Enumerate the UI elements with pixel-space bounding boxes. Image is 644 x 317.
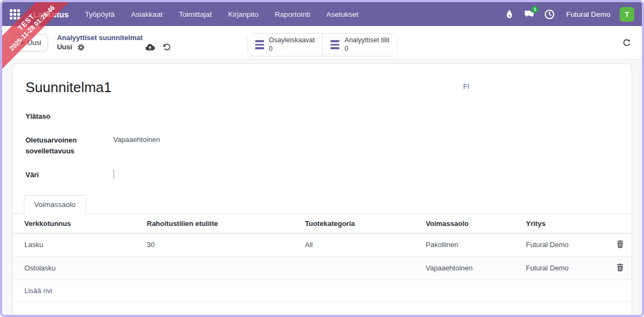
cell-domain[interactable]: Lasku xyxy=(12,233,142,256)
nav-item-tyopoyta[interactable]: Työpöytä xyxy=(85,10,115,18)
field-label-vari: Väri xyxy=(25,170,113,180)
col-header-yritys: Yritys xyxy=(522,214,608,234)
field-label-ylataso: Ylätaso xyxy=(25,111,113,122)
field-value-sovellettavuus[interactable]: Vapaaehtoinen xyxy=(113,135,619,157)
control-panel: + Uusi Analyyttiset suunnitelmat Uusi xyxy=(2,26,642,60)
bars-icon xyxy=(330,40,340,49)
new-button[interactable]: + Uusi xyxy=(13,34,48,51)
col-header-actions xyxy=(608,214,632,234)
table-header-row: Verkkotunnus Rahoitustilien etuliite Tuo… xyxy=(12,214,632,234)
stat-value: 0 xyxy=(344,45,389,54)
company-switcher[interactable]: Futural Demo xyxy=(566,10,610,18)
main-menu: Työpöytä Asiakkaat Toimittajat Kirjanpit… xyxy=(85,10,359,18)
add-row: Lisää rivi xyxy=(12,280,632,301)
color-swatch[interactable] xyxy=(113,170,114,179)
breadcrumb: Analyyttiset suunnitelmat Uusi xyxy=(57,34,171,52)
top-navbar: Laskutus Työpöytä Asiakkaat Toimittajat … xyxy=(2,2,642,26)
form-sheet: Suunnitelma1 FI Ylätaso Oletusarvoinen s… xyxy=(12,63,632,315)
user-avatar[interactable]: T xyxy=(620,7,634,22)
cell-company[interactable]: Futural Demo xyxy=(522,233,608,256)
refresh-icon[interactable] xyxy=(622,38,631,47)
activities-clock-icon[interactable] xyxy=(544,9,555,20)
stat-button-analyyttiset-tilit[interactable]: Analyyttiset tilit 0 xyxy=(322,34,397,56)
stat-value: 0 xyxy=(269,45,315,54)
table-row: Lasku 30 All Pakollinen Futural Demo xyxy=(12,233,632,256)
col-header-verkkotunnus: Verkkotunnus xyxy=(12,214,142,234)
gear-icon[interactable] xyxy=(77,43,85,51)
cell-category[interactable] xyxy=(301,256,421,280)
nav-item-raportointi[interactable]: Raportointi xyxy=(275,10,310,18)
translation-badge[interactable]: FI xyxy=(463,82,470,90)
cell-prefix[interactable]: 30 xyxy=(142,233,301,256)
main-content: Suunnitelma1 FI Ylätaso Oletusarvoinen s… xyxy=(2,60,642,315)
water-drop-icon[interactable] xyxy=(504,9,515,20)
col-header-etuliite: Rahoitustilien etuliite xyxy=(142,214,301,234)
table-row: Ostolasku Vapaaehtoinen Futural Demo xyxy=(12,256,632,280)
field-label-sovellettavuus: Oletusarvoinen sovellettavuus xyxy=(25,135,113,157)
nav-item-toimittajat[interactable]: Toimittajat xyxy=(179,10,212,18)
stat-button-group: Osayleiskaavat 0 Analyyttiset tilit 0 xyxy=(246,33,397,56)
new-button-label: Uusi xyxy=(27,38,41,47)
add-row-link[interactable]: Lisää rivi xyxy=(12,280,632,301)
cell-company[interactable]: Futural Demo xyxy=(522,256,608,280)
delete-row-icon[interactable] xyxy=(608,256,632,280)
nav-item-kirjanpito[interactable]: Kirjanpito xyxy=(228,10,258,18)
cell-category[interactable]: All xyxy=(301,233,421,256)
app-brand[interactable]: Laskutus xyxy=(33,10,69,19)
record-title-field[interactable]: Suunnitelma1 xyxy=(25,79,619,96)
breadcrumb-parent-link[interactable]: Analyyttiset suunnitelmat xyxy=(57,34,171,42)
cloud-save-icon[interactable] xyxy=(145,43,155,51)
discard-undo-icon[interactable] xyxy=(162,43,171,51)
cell-applicability[interactable]: Pakollinen xyxy=(421,233,522,256)
breadcrumb-current: Uusi xyxy=(57,43,72,51)
bars-icon xyxy=(255,40,264,49)
systray: 1 Futural Demo T xyxy=(504,7,634,22)
cell-domain[interactable]: Ostolasku xyxy=(12,256,142,280)
field-value-ylataso[interactable] xyxy=(113,111,619,122)
tab-voimassaolo[interactable]: Voimassaolo xyxy=(24,195,86,214)
nav-item-asiakkaat[interactable]: Asiakkaat xyxy=(131,10,163,18)
app-window: Laskutus Työpöytä Asiakkaat Toimittajat … xyxy=(0,0,644,317)
cell-prefix[interactable] xyxy=(142,256,301,280)
delete-row-icon[interactable] xyxy=(608,233,632,256)
nav-item-asetukset[interactable]: Asetukset xyxy=(327,10,359,18)
stat-button-osayleiskaavat[interactable]: Osayleiskaavat 0 xyxy=(247,34,322,56)
stat-label: Analyyttiset tilit xyxy=(344,36,389,45)
cell-applicability[interactable]: Vapaaehtoinen xyxy=(421,256,522,280)
message-count-badge: 1 xyxy=(531,6,538,13)
field-group: Ylätaso Oletusarvoinen sovellettavuus Va… xyxy=(25,111,619,181)
notebook-tabs: Voimassaolo xyxy=(12,195,632,214)
col-header-tuotekategoria: Tuotekategoria xyxy=(301,214,421,234)
stat-label: Osayleiskaavat xyxy=(269,36,315,45)
messages-icon[interactable]: 1 xyxy=(524,9,535,20)
col-header-voimassaolo: Voimassaolo xyxy=(421,214,522,234)
applicability-list: Verkkotunnus Rahoitustilien etuliite Tuo… xyxy=(12,214,632,302)
plus-icon: + xyxy=(20,38,24,47)
apps-grid-icon[interactable] xyxy=(10,9,20,20)
